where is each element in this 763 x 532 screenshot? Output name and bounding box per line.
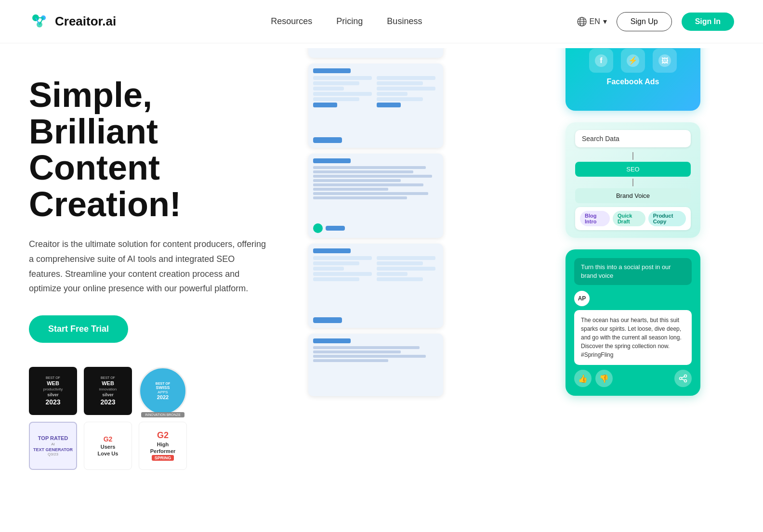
svg-line-20 [682,377,684,378]
nav-business[interactable]: Business [387,16,422,26]
tpl-chip-draft: Quick Draft [613,211,645,226]
logo[interactable]: Creaitor.ai [29,11,116,32]
nav-right: EN ▾ Sign Up Sign In [577,12,734,31]
facebook-ads-label: Facebook Ads [607,78,659,86]
share-icon [679,374,687,383]
hero-description: Creaitor is the ultimate solution for co… [29,237,270,296]
template-chips: Blog Intro Quick Draft Product Copy [575,207,691,230]
image-icon: 🖼 [653,49,677,73]
screenshot-5 [308,334,443,396]
seo-chip: SEO [575,162,691,177]
social-generated-text: The ocean has our hearts, but this suit … [574,310,692,365]
svg-text:🖼: 🖼 [661,57,668,65]
hero-title: Simple, Brilliant Content Creation! [29,77,308,222]
badge-bosa: BEST OF SWISS APPS 2022 INNOVATION BRONZ… [139,367,187,415]
facebook-icon: f [589,49,613,73]
hero-visuals: f ⚡ 🖼 [308,48,734,481]
svg-point-17 [684,375,687,377]
badge-g2-highperformer: G2 High Performer SPRING [139,422,187,470]
lang-selector[interactable]: EN ▾ [577,17,607,26]
main-content: Simple, Brilliant Content Creation! Crea… [0,48,763,481]
globe-icon [577,17,587,26]
nav-links: Resources Pricing Business [271,16,422,26]
screenshot-3 [308,154,443,238]
social-avatar: AP [574,291,590,306]
chevron-down-icon: ▾ [603,17,607,26]
nav-resources[interactable]: Resources [271,16,312,26]
badge-g2-users: G2 Users Love Us [84,422,132,470]
svg-point-19 [684,380,687,382]
thumbs-up-button[interactable]: 👍 [574,370,592,387]
svg-point-18 [680,377,682,380]
social-post-card: Turn this into a social post in our bran… [566,249,700,396]
signin-button[interactable]: Sign In [682,13,734,31]
thumbs-down-button[interactable]: 👎 [595,370,613,387]
screenshot-2 [308,64,443,148]
badge-bosw-productivity: best of web productivity silver 2023 [29,367,77,415]
screenshot-4 [308,244,443,328]
lightning-icon: ⚡ [621,49,645,73]
svg-line-21 [682,379,684,381]
navbar: Creaitor.ai Resources Pricing Business E… [0,0,763,43]
feature-cards-column: f ⚡ 🖼 [566,48,705,396]
badges-row-1: best of web productivity silver 2023 bes… [29,367,308,415]
social-action-buttons: 👍 👎 [574,370,692,387]
social-prompt: Turn this into a social post in our bran… [574,258,692,285]
svg-text:⚡: ⚡ [628,56,638,65]
logo-icon [29,11,50,32]
facebook-ads-card: f ⚡ 🖼 [566,48,700,111]
start-free-trial-button[interactable]: Start Free Trial [29,315,128,343]
badge-omt: TOP RATED AI TEXT GENERATOR Q3/23 [29,422,77,470]
svg-text:f: f [600,56,603,65]
search-data-card: Search Data SEO Brand Voice Blog Intro Q… [566,122,700,238]
badges-row-2: TOP RATED AI TEXT GENERATOR Q3/23 G2 Use… [29,422,308,470]
share-button[interactable] [674,370,692,387]
screenshots-column [308,48,443,396]
badge-bosa-wrapper: BEST OF SWISS APPS 2022 INNOVATION BRONZ… [139,367,187,415]
innovation-label: INNOVATION BRONZE [141,412,184,417]
tpl-chip-product: Product Copy [648,211,686,226]
badge-bosw-innovation: best of web innovation silver 2023 [84,367,132,415]
nav-pricing[interactable]: Pricing [336,16,363,26]
screenshot-1 [308,48,443,58]
lang-label: EN [590,17,600,26]
signup-button[interactable]: Sign Up [617,12,672,31]
tpl-chip-blog: Blog Intro [580,211,610,226]
logo-text: Creaitor.ai [55,14,116,29]
brand-voice-chip: Brand Voice [575,188,691,203]
search-data-input: Search Data [575,130,691,147]
connector-line [632,152,633,160]
hero-section: Simple, Brilliant Content Creation! Crea… [29,48,308,481]
connector-line-2 [632,179,633,186]
